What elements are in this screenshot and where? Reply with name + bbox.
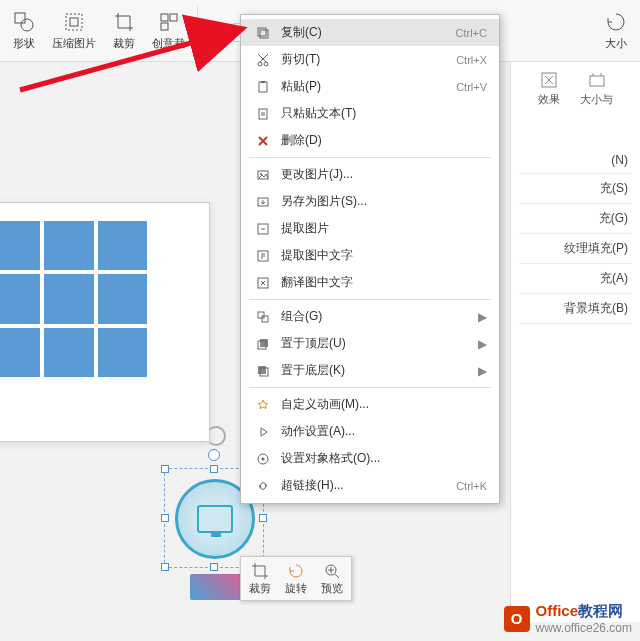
size-button[interactable]: 大小 [596,0,636,61]
rotate-handle[interactable] [208,449,220,461]
size-tab[interactable]: 大小与 [580,70,613,107]
shape-button[interactable]: 形状 [4,0,44,61]
bring-front-icon [253,336,273,352]
size-label: 大小 [605,36,627,51]
mini-crop-button[interactable]: 裁剪 [243,559,277,598]
menu-label: 删除(D) [281,132,487,149]
fill-option[interactable]: (N) [519,147,632,174]
svg-point-27 [262,457,265,460]
menu-item[interactable]: 自定义动画(M)... [241,391,499,418]
effects-label: 效果 [538,92,560,107]
crop-button[interactable]: 裁剪 [104,0,144,61]
menu-separator [249,387,491,388]
menu-item[interactable]: 组合(G)▶ [241,303,499,330]
format-icon [253,451,273,467]
height-label: 高度: [202,25,227,40]
menu-label: 超链接(H)... [281,477,456,494]
mini-rotate-button[interactable]: 旋转 [279,559,313,598]
menu-label: 置于顶层(U) [281,335,472,352]
resize-handle[interactable] [161,514,169,522]
resize-handle[interactable] [259,514,267,522]
watermark: O Office教程网 www.office26.com [504,602,633,635]
menu-item[interactable]: 置于顶层(U)▶ [241,330,499,357]
cut-icon [253,52,273,68]
menu-separator [249,299,491,300]
fill-option[interactable]: 纹理填充(P) [519,234,632,264]
crop-icon [250,561,270,581]
crop-icon [112,10,136,34]
svg-rect-22 [260,339,268,347]
menu-item[interactable]: 设置对象格式(O)... [241,445,499,472]
menu-item[interactable]: 复制(C)Ctrl+C [241,19,499,46]
menu-label: 粘贴(P) [281,78,456,95]
resize-handle[interactable] [161,563,169,571]
slide[interactable] [0,202,210,442]
menu-label: 设置对象格式(O)... [281,450,487,467]
group-icon [253,309,273,325]
mini-preview-label: 预览 [321,581,343,596]
shape-grid[interactable] [0,221,147,377]
submenu-arrow-icon: ▶ [478,337,487,351]
svg-rect-11 [259,82,267,92]
menu-item[interactable]: 另存为图片(S)... [241,188,499,215]
menu-item[interactable]: 置于底层(K)▶ [241,357,499,384]
menu-item[interactable]: 提取图中文字 [241,242,499,269]
menu-item[interactable]: 粘贴(P)Ctrl+V [241,73,499,100]
mini-toolbar[interactable]: 裁剪 旋转 预览 [240,556,352,601]
zoom-icon [322,561,342,581]
menu-label: 翻译图中文字 [281,274,487,291]
compress-icon [62,10,86,34]
fill-option[interactable]: 充(G) [519,204,632,234]
mini-preview-button[interactable]: 预览 [315,559,349,598]
creative-crop-button[interactable]: 创意裁 [144,0,193,61]
brand-url: www.office26.com [536,621,633,635]
menu-item[interactable]: 更改图片(J)... [241,161,499,188]
svg-point-1 [21,19,33,31]
translate-text-icon [253,275,273,291]
fill-options-list: (N)充(S)充(G)纹理填充(P)充(A)背景填充(B) [519,147,632,324]
svg-rect-24 [258,366,266,374]
svg-rect-0 [15,13,25,23]
menu-item[interactable]: 只粘贴文本(T) [241,100,499,127]
context-menu[interactable]: 复制(C)Ctrl+C剪切(T)Ctrl+X粘贴(P)Ctrl+V只粘贴文本(T… [240,14,500,504]
paste-icon [253,79,273,95]
menu-item[interactable]: 删除(D) [241,127,499,154]
fill-option[interactable]: 充(A) [519,264,632,294]
extract-pic-icon [253,221,273,237]
menu-label: 只粘贴文本(T) [281,105,487,122]
format-pane[interactable]: 效果 大小与 (N)充(S)充(G)纹理填充(P)充(A)背景填充(B) [510,62,640,622]
ribbon-separator [197,6,198,55]
effects-tab[interactable]: 效果 [538,70,560,107]
brand-office: Office [536,602,579,619]
resize-handle[interactable] [161,465,169,473]
resize-handle[interactable] [210,465,218,473]
svg-rect-13 [259,109,267,119]
mini-crop-label: 裁剪 [249,581,271,596]
menu-item[interactable]: 剪切(T)Ctrl+X [241,46,499,73]
copy-icon [253,25,273,41]
menu-item[interactable]: 超链接(H)...Ctrl+K [241,472,499,499]
menu-item[interactable]: 翻译图中文字 [241,269,499,296]
shape-icon [12,10,36,34]
svg-rect-7 [258,28,266,36]
menu-shortcut: Ctrl+V [456,81,487,93]
hyperlink-icon [253,478,273,494]
shape-label: 形状 [13,36,35,51]
crop-label: 裁剪 [113,36,135,51]
menu-label: 复制(C) [281,24,456,41]
size-icon [587,70,607,90]
compress-button[interactable]: 压缩图片 [44,0,104,61]
menu-item[interactable]: 动作设置(A)... [241,418,499,445]
menu-shortcut: Ctrl+K [456,480,487,492]
svg-rect-8 [260,30,268,38]
fill-option[interactable]: 背景填充(B) [519,294,632,324]
menu-label: 组合(G) [281,308,472,325]
svg-point-10 [264,62,268,66]
fill-option[interactable]: 充(S) [519,174,632,204]
svg-point-9 [258,62,262,66]
effects-icon [539,70,559,90]
resize-handle[interactable] [210,563,218,571]
menu-shortcut: Ctrl+C [456,27,487,39]
compress-label: 压缩图片 [52,36,96,51]
menu-item[interactable]: 提取图片 [241,215,499,242]
